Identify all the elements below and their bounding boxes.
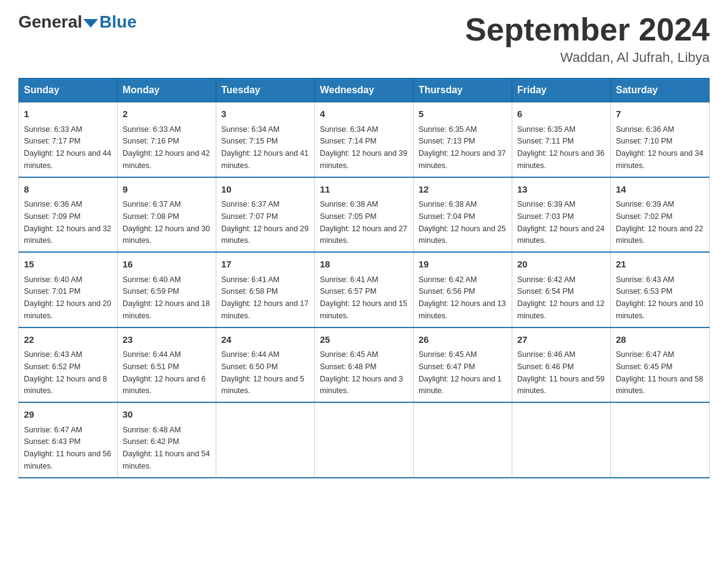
calendar-subtitle: Waddan, Al Jufrah, Libya <box>465 50 710 66</box>
calendar-week-2: 8 Sunrise: 6:36 AMSunset: 7:09 PMDayligh… <box>19 177 710 253</box>
title-area: September 2024 Waddan, Al Jufrah, Libya <box>465 12 710 66</box>
day-info: Sunrise: 6:42 AMSunset: 6:56 PMDaylight:… <box>419 275 506 320</box>
logo-arrow-icon <box>83 19 98 28</box>
calendar-cell: 29 Sunrise: 6:47 AMSunset: 6:43 PMDaylig… <box>19 402 118 478</box>
day-number: 24 <box>221 333 309 347</box>
calendar-title: September 2024 <box>465 12 710 47</box>
day-info: Sunrise: 6:47 AMSunset: 6:43 PMDaylight:… <box>24 426 111 470</box>
calendar-cell <box>611 402 710 478</box>
day-info: Sunrise: 6:45 AMSunset: 6:48 PMDaylight:… <box>320 350 403 395</box>
day-info: Sunrise: 6:46 AMSunset: 6:46 PMDaylight:… <box>517 350 604 395</box>
day-info: Sunrise: 6:36 AMSunset: 7:09 PMDaylight:… <box>24 200 111 245</box>
calendar-cell: 22 Sunrise: 6:43 AMSunset: 6:52 PMDaylig… <box>19 327 118 403</box>
day-number: 21 <box>616 258 704 272</box>
day-number: 3 <box>221 107 309 121</box>
day-info: Sunrise: 6:47 AMSunset: 6:45 PMDaylight:… <box>616 350 703 395</box>
col-monday: Monday <box>118 79 216 102</box>
day-number: 22 <box>24 333 112 347</box>
calendar-cell <box>414 402 512 478</box>
day-info: Sunrise: 6:44 AMSunset: 6:51 PMDaylight:… <box>123 350 206 395</box>
calendar-cell: 9 Sunrise: 6:37 AMSunset: 7:08 PMDayligh… <box>118 177 216 253</box>
day-info: Sunrise: 6:41 AMSunset: 6:57 PMDaylight:… <box>320 275 407 320</box>
day-number: 26 <box>419 333 507 347</box>
day-number: 17 <box>221 258 309 272</box>
day-number: 16 <box>123 258 211 272</box>
day-number: 6 <box>517 107 605 121</box>
day-info: Sunrise: 6:37 AMSunset: 7:08 PMDaylight:… <box>123 200 210 245</box>
day-info: Sunrise: 6:34 AMSunset: 7:14 PMDaylight:… <box>320 125 407 170</box>
weekday-header-row: Sunday Monday Tuesday Wednesday Thursday… <box>19 79 710 102</box>
calendar-cell: 18 Sunrise: 6:41 AMSunset: 6:57 PMDaylig… <box>315 252 414 327</box>
calendar-cell <box>512 402 611 478</box>
day-info: Sunrise: 6:38 AMSunset: 7:05 PMDaylight:… <box>320 200 407 245</box>
header: General Blue September 2024 Waddan, Al J… <box>18 12 710 66</box>
calendar-cell: 19 Sunrise: 6:42 AMSunset: 6:56 PMDaylig… <box>414 252 512 327</box>
day-number: 10 <box>221 183 309 197</box>
day-info: Sunrise: 6:40 AMSunset: 6:59 PMDaylight:… <box>123 275 210 320</box>
day-number: 18 <box>320 258 408 272</box>
day-info: Sunrise: 6:37 AMSunset: 7:07 PMDaylight:… <box>221 200 308 245</box>
day-number: 25 <box>320 333 408 347</box>
day-info: Sunrise: 6:33 AMSunset: 7:16 PMDaylight:… <box>123 125 210 170</box>
day-info: Sunrise: 6:35 AMSunset: 7:11 PMDaylight:… <box>517 125 604 170</box>
day-number: 29 <box>24 408 112 422</box>
day-info: Sunrise: 6:35 AMSunset: 7:13 PMDaylight:… <box>419 125 506 170</box>
logo: General Blue <box>18 12 137 32</box>
day-number: 23 <box>123 333 211 347</box>
calendar-cell: 5 Sunrise: 6:35 AMSunset: 7:13 PMDayligh… <box>414 102 512 177</box>
day-info: Sunrise: 6:39 AMSunset: 7:03 PMDaylight:… <box>517 200 604 245</box>
col-thursday: Thursday <box>414 79 512 102</box>
logo-blue: Blue <box>99 12 137 32</box>
calendar-cell: 14 Sunrise: 6:39 AMSunset: 7:02 PMDaylig… <box>611 177 710 253</box>
calendar-cell: 28 Sunrise: 6:47 AMSunset: 6:45 PMDaylig… <box>611 327 710 403</box>
day-info: Sunrise: 6:44 AMSunset: 6:50 PMDaylight:… <box>221 350 305 395</box>
calendar-cell: 11 Sunrise: 6:38 AMSunset: 7:05 PMDaylig… <box>315 177 414 253</box>
day-number: 9 <box>123 183 211 197</box>
day-info: Sunrise: 6:43 AMSunset: 6:52 PMDaylight:… <box>24 350 107 395</box>
calendar-cell: 16 Sunrise: 6:40 AMSunset: 6:59 PMDaylig… <box>118 252 216 327</box>
logo-general: General <box>18 12 82 32</box>
day-number: 13 <box>517 183 605 197</box>
calendar-cell: 3 Sunrise: 6:34 AMSunset: 7:15 PMDayligh… <box>216 102 315 177</box>
day-info: Sunrise: 6:48 AMSunset: 6:42 PMDaylight:… <box>123 426 210 470</box>
day-info: Sunrise: 6:41 AMSunset: 6:58 PMDaylight:… <box>221 275 308 320</box>
calendar-cell: 12 Sunrise: 6:38 AMSunset: 7:04 PMDaylig… <box>414 177 512 253</box>
day-info: Sunrise: 6:38 AMSunset: 7:04 PMDaylight:… <box>419 200 506 245</box>
calendar-table: Sunday Monday Tuesday Wednesday Thursday… <box>18 78 710 478</box>
calendar-cell: 25 Sunrise: 6:45 AMSunset: 6:48 PMDaylig… <box>315 327 414 403</box>
calendar-cell: 7 Sunrise: 6:36 AMSunset: 7:10 PMDayligh… <box>611 102 710 177</box>
col-friday: Friday <box>512 79 611 102</box>
calendar-cell: 13 Sunrise: 6:39 AMSunset: 7:03 PMDaylig… <box>512 177 611 253</box>
col-wednesday: Wednesday <box>315 79 414 102</box>
calendar-cell: 26 Sunrise: 6:45 AMSunset: 6:47 PMDaylig… <box>414 327 512 403</box>
calendar-week-4: 22 Sunrise: 6:43 AMSunset: 6:52 PMDaylig… <box>19 327 710 403</box>
day-info: Sunrise: 6:43 AMSunset: 6:53 PMDaylight:… <box>616 275 703 320</box>
day-info: Sunrise: 6:40 AMSunset: 7:01 PMDaylight:… <box>24 275 111 320</box>
day-number: 2 <box>123 107 211 121</box>
day-number: 30 <box>123 408 211 422</box>
day-number: 1 <box>24 107 112 121</box>
col-saturday: Saturday <box>611 79 710 102</box>
calendar-cell: 2 Sunrise: 6:33 AMSunset: 7:16 PMDayligh… <box>118 102 216 177</box>
calendar-week-1: 1 Sunrise: 6:33 AMSunset: 7:17 PMDayligh… <box>19 102 710 177</box>
day-number: 14 <box>616 183 704 197</box>
calendar-cell: 15 Sunrise: 6:40 AMSunset: 7:01 PMDaylig… <box>19 252 118 327</box>
calendar-cell: 30 Sunrise: 6:48 AMSunset: 6:42 PMDaylig… <box>118 402 216 478</box>
day-info: Sunrise: 6:36 AMSunset: 7:10 PMDaylight:… <box>616 125 703 170</box>
calendar-cell: 27 Sunrise: 6:46 AMSunset: 6:46 PMDaylig… <box>512 327 611 403</box>
day-number: 28 <box>616 333 704 347</box>
day-info: Sunrise: 6:34 AMSunset: 7:15 PMDaylight:… <box>221 125 308 170</box>
calendar-cell: 10 Sunrise: 6:37 AMSunset: 7:07 PMDaylig… <box>216 177 315 253</box>
day-number: 19 <box>419 258 507 272</box>
day-info: Sunrise: 6:39 AMSunset: 7:02 PMDaylight:… <box>616 200 703 245</box>
calendar-cell <box>216 402 315 478</box>
day-info: Sunrise: 6:42 AMSunset: 6:54 PMDaylight:… <box>517 275 604 320</box>
calendar-cell: 4 Sunrise: 6:34 AMSunset: 7:14 PMDayligh… <box>315 102 414 177</box>
calendar-cell: 1 Sunrise: 6:33 AMSunset: 7:17 PMDayligh… <box>19 102 118 177</box>
calendar-cell: 21 Sunrise: 6:43 AMSunset: 6:53 PMDaylig… <box>611 252 710 327</box>
day-number: 27 <box>517 333 605 347</box>
day-number: 5 <box>419 107 507 121</box>
logo-text: General Blue <box>18 12 137 32</box>
day-number: 12 <box>419 183 507 197</box>
calendar-week-3: 15 Sunrise: 6:40 AMSunset: 7:01 PMDaylig… <box>19 252 710 327</box>
